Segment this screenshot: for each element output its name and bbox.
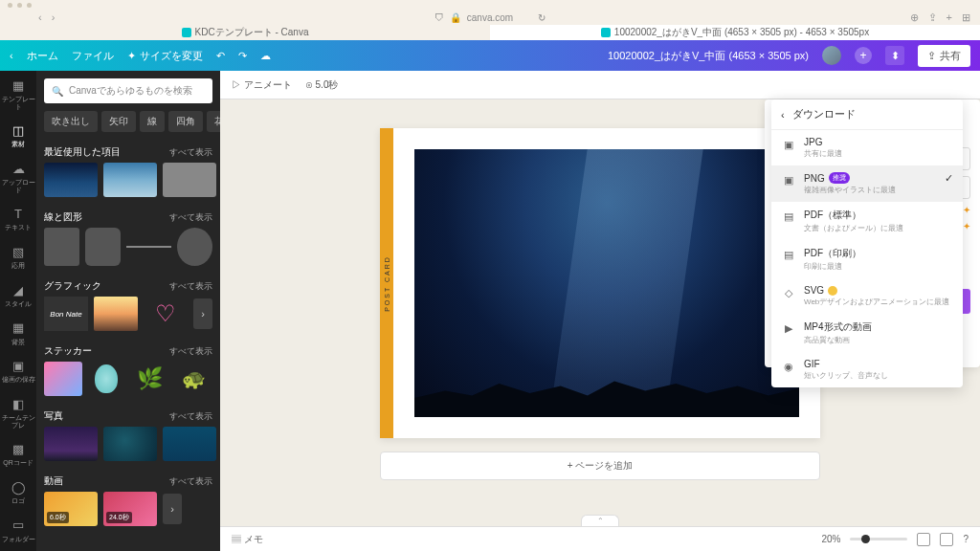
download-option-png[interactable]: ▣ PNG推奨複雑画像やイラストに最適 ✓ [771, 165, 963, 202]
file-button[interactable]: ファイル [72, 49, 114, 63]
recent-thumb[interactable] [163, 163, 216, 197]
download-option-gif[interactable]: ◉ GIF短いクリップ、音声なし [771, 352, 963, 387]
shield-icon: ⛉ [434, 12, 444, 23]
section-title: 線と図形 [44, 210, 82, 224]
chip[interactable]: 矢印 [101, 111, 136, 132]
animate-button[interactable]: ▷ アニメート [232, 78, 292, 92]
shape-circle[interactable] [177, 228, 212, 266]
rail-background[interactable]: ▦背景 [11, 321, 26, 346]
tabs-icon[interactable]: ⊞ [962, 11, 970, 24]
chip[interactable]: 線 [140, 111, 165, 132]
rail-styles[interactable]: ◢スタイル [5, 283, 32, 308]
rail-elements[interactable]: ◫素材 [11, 123, 26, 148]
download-option-pdf-std[interactable]: ▤ PDF（標準）文書（およびメール）に最適 [771, 202, 963, 240]
recent-thumb[interactable] [44, 163, 98, 197]
rail-text[interactable]: Tテキスト [5, 207, 32, 231]
search-input[interactable]: 🔍Canvaであらゆるものを検索 [44, 78, 212, 103]
night-sky-photo[interactable] [414, 149, 799, 417]
elements-panel: 🔍Canvaであらゆるものを検索 吹き出し 矢印 線 四角 花 › 最近使用した… [36, 71, 220, 551]
back-icon[interactable]: ‹ [781, 109, 785, 121]
undo-button[interactable]: ↶ [216, 50, 225, 62]
redo-button[interactable]: ↷ [238, 50, 247, 62]
cloud-sync-icon: ☁ [260, 50, 271, 62]
video-thumb[interactable]: 24.0秒 [103, 492, 157, 526]
row-next[interactable]: › [193, 298, 212, 329]
refresh-icon[interactable]: ↻ [538, 12, 546, 23]
rail-templates[interactable]: ▦テンプレート [0, 78, 36, 110]
photo-thumb[interactable] [103, 427, 157, 461]
share-button[interactable]: ⇪ 共有 [918, 45, 970, 67]
share-icon[interactable]: ⇪ [928, 11, 937, 24]
add-collaborator-button[interactable]: + [855, 47, 872, 64]
insights-icon[interactable]: ⬍ [885, 46, 904, 65]
resize-button[interactable]: ✦ サイズを変更 [127, 49, 203, 63]
shape-line[interactable] [126, 246, 170, 248]
download-option-mp4[interactable]: ▶ MP4形式の動画高品質な動画 [771, 314, 963, 352]
browser-tab-1[interactable]: KDCテンプレート - Canva [0, 25, 490, 40]
see-all-link[interactable]: すべて表示 [169, 280, 212, 293]
add-page-button[interactable]: + ページを追加 [380, 452, 820, 480]
search-icon: 🔍 [52, 86, 63, 97]
help-icon[interactable]: ? [963, 534, 969, 544]
section-title: 写真 [44, 409, 63, 423]
chip[interactable]: 吹き出し [44, 111, 98, 132]
download-option-pdf-print[interactable]: ▤ PDF（印刷）印刷に最適 [771, 240, 963, 278]
section-title: 動画 [44, 474, 63, 488]
shape-square[interactable] [44, 228, 79, 266]
download-option-jpg[interactable]: ▣ JPG共有に最適 [771, 130, 963, 165]
sticker-turtle[interactable]: 🐢 [175, 362, 213, 396]
graphic-heart[interactable]: ♡ [144, 297, 188, 331]
shape-rounded[interactable] [85, 228, 121, 266]
nav-back[interactable]: ‹ [38, 11, 42, 23]
notes-button[interactable]: ▤ メモ [232, 533, 263, 546]
photo-thumb[interactable] [44, 427, 98, 461]
timeline-handle[interactable]: ⌃ [581, 515, 619, 526]
check-icon: ✓ [945, 172, 953, 185]
download-dropdown: ‹ダウンロード ▣ JPG共有に最適 ▣ PNG推奨複雑画像やイラストに最適 ✓… [771, 99, 963, 387]
zoom-label[interactable]: 20% [821, 534, 840, 544]
fullscreen-icon[interactable] [940, 533, 953, 546]
download-icon[interactable]: ⊕ [910, 11, 919, 24]
new-tab-icon[interactable]: + [947, 11, 952, 24]
grid-view-icon[interactable] [917, 533, 930, 546]
rail-logo[interactable]: ◯ロゴ [11, 480, 26, 505]
see-all-link[interactable]: すべて表示 [169, 345, 212, 358]
duration-button[interactable]: ⊙ 5.0秒 [305, 78, 339, 92]
rail-save[interactable]: ▣億画の保存 [2, 359, 35, 384]
recent-thumb[interactable] [103, 163, 157, 197]
home-button[interactable]: ホーム [27, 49, 58, 63]
row-next[interactable]: › [163, 494, 182, 524]
chip[interactable]: 花 [207, 111, 220, 132]
back-icon[interactable]: ‹ [10, 50, 13, 61]
browser-url-bar: ‹› ⛉🔒canva.com↻ ⊕⇪+⊞ [0, 10, 980, 25]
see-all-link[interactable]: すべて表示 [169, 410, 212, 423]
sticker-thumb[interactable] [44, 362, 82, 396]
photo-thumb[interactable] [163, 427, 216, 461]
document-icon: ▤ [781, 209, 796, 224]
nav-fwd[interactable]: › [52, 11, 56, 23]
rail-uploads[interactable]: ☁アップロード [0, 162, 36, 193]
document-title[interactable]: 10020002_はがきV_中面 (4653 × 3505 px) [608, 49, 809, 63]
page-1[interactable]: POST CARD [380, 128, 820, 438]
sticker-leaf[interactable]: 🌿 [131, 362, 169, 396]
graphic-thumb[interactable]: Bon Nate [44, 297, 88, 331]
video-thumb[interactable]: 6.0秒 [44, 492, 98, 526]
rail-team[interactable]: ◧チームテンプレ [0, 397, 36, 429]
rail-more1[interactable]: ▧応用 [11, 245, 26, 270]
graphic-thumb[interactable] [94, 297, 138, 331]
canvas-toolbar: ▷ アニメート ⊙ 5.0秒 [220, 71, 980, 99]
rail-folder[interactable]: ▭フォルダー [2, 518, 35, 543]
vector-icon: ◇ [781, 285, 796, 300]
rail-qr[interactable]: ▩QRコード [3, 442, 33, 467]
browser-tab-2[interactable]: 10020002_はがきV_中面 (4653 × 3505 px) - 4653… [490, 25, 980, 40]
section-title: ステッカー [44, 344, 92, 358]
see-all-link[interactable]: すべて表示 [169, 475, 212, 488]
sticker-lantern[interactable] [88, 362, 126, 396]
image-icon: ▣ [781, 137, 796, 152]
see-all-link[interactable]: すべて表示 [169, 146, 212, 159]
see-all-link[interactable]: すべて表示 [169, 211, 212, 224]
user-avatar[interactable] [822, 46, 841, 65]
chip[interactable]: 四角 [168, 111, 203, 132]
zoom-slider[interactable] [850, 538, 907, 540]
download-option-svg[interactable]: ◇ SVGWebデザインおよびアニメーションに最適 [771, 278, 963, 314]
